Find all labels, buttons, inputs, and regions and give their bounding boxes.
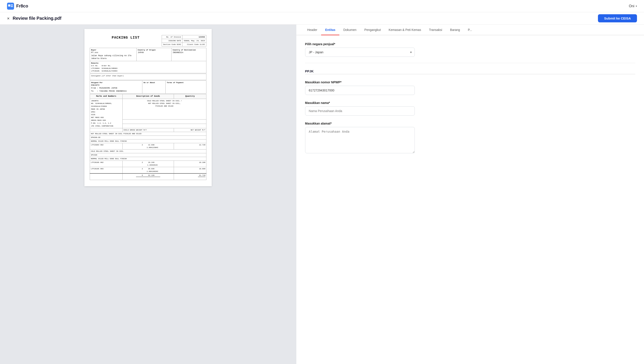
on-or-about-cell: On or About [142,80,166,94]
tab-more[interactable]: P... [464,24,476,35]
npwp-input[interactable] [305,86,415,95]
page-header: × Review file Packing.pdf Submit ke CEIS… [0,12,644,24]
main-layout: PACKING LIST No. of Invoice 123456 ISSUI… [0,24,644,364]
tab-entitas[interactable]: Entitas [321,24,339,35]
user-name: Oni [629,4,634,8]
seller-country-select-wrapper: JP - Japan US - United States CN - China… [305,48,415,57]
issuing-date-value: OSAKA, May. 24, 2024 [182,39,206,43]
country-origin-value: JAPAN [138,51,170,54]
logo-text: Fr8co [16,4,28,8]
nama-input[interactable] [305,106,415,116]
top-navigation: Fr8co Oni ▾ [0,0,644,12]
quantity-header: Quantity [174,94,206,99]
client-code-label: Client Code 1L13C [182,43,206,46]
tab-barang[interactable]: Barang [446,24,464,35]
alamat-textarea[interactable] [305,127,415,153]
pdf-document: PACKING LIST No. of Invoice 123456 ISSUI… [84,29,212,186]
tab-pengangkut[interactable]: Pengangkut [360,24,385,35]
logo-area: Fr8co [7,3,28,10]
pdf-buyer-table: Buyer PT.xxx Jalan Raya cakung cilincing… [90,48,206,73]
buyer-label: Buyer [91,49,135,51]
buyer-cell: Buyer PT.xxx Jalan Raya cakung cilincing… [90,48,136,61]
pdf-preview-panel: PACKING LIST No. of Invoice 123456 ISSUI… [0,24,296,364]
pdf-shipped-table: Shipped Per ENKANTO From : MIZUSHIMA JAP… [90,80,206,94]
consignee-cell: Consignee (if other than buyer) [90,74,206,80]
alamat-group: Masukkan alamat* [305,122,635,153]
npwp-group: Masukkan nomor NPWP* [305,80,635,95]
marks-header: Marks and Numbers [90,94,122,99]
section-code-label: Section Code BJK2 [162,43,182,46]
marks-cell: JAKARTA NO. S2404ALALYHR003, S2405ALALYC… [90,99,122,128]
section-divider [305,63,635,63]
pdf-goods-table: Marks and Numbers Description of Goods Q… [90,94,206,180]
chevron-down-icon: ▾ [636,4,637,8]
country-origin-cell: Country of Origin JAPAN [136,48,171,61]
tab-header[interactable]: Header [303,24,321,35]
sc-no-area: S/C No. Order No. LTF29804 S2404ALALYHR0… [91,64,117,72]
buyer-address: Jalan Raya cakung cilincing no 27a Jakar… [91,54,135,60]
npwp-label: Masukkan nomor NPWP* [305,80,635,84]
remarks-cell: Remarks S/C No. Order No. LTF29804 S2404… [90,61,206,73]
terms-cell: Terms of Payment [166,80,206,94]
invoice-no-label: No. of Invoice [162,35,182,39]
tab-dokumen[interactable]: Dokumen [339,24,360,35]
page-title-area: × Review file Packing.pdf [7,16,62,21]
nama-label: Masukkan nama* [305,101,635,104]
ppjk-section: PPJK [305,69,635,74]
seller-country-group: Pilih negara penjual* JP - Japan US - Un… [305,42,635,57]
pdf-consignee-table: Consignee (if other than buyer) [90,74,206,80]
svg-rect-0 [7,3,14,10]
desc-header-cell: COLD ROLLED STEEL SHEET IN COIL / HOT RO… [122,99,206,120]
svg-rect-2 [11,4,13,6]
issuing-date-label: ISSUING DATE [162,39,182,43]
pdf-title: PACKING LIST [90,35,162,40]
seller-country-select[interactable]: JP - Japan US - United States CN - China… [305,48,415,57]
nama-group: Masukkan nama* [305,101,635,116]
buyer-name: PT.xxx [91,51,135,54]
ppjk-title: PPJK [305,69,635,74]
alamat-label: Masukkan alamat* [305,122,635,125]
svg-rect-1 [8,4,10,6]
description-header: Description of Goods [122,94,174,99]
svg-rect-3 [11,6,13,7]
tab-transaksi[interactable]: Transaksi [425,24,446,35]
logo-icon [7,3,14,10]
form-panel: Header Entitas Dokumen Pengangkut Kemasa… [296,24,644,364]
page-title: Review file Packing.pdf [13,16,62,21]
invoice-no-value: 123456 [182,35,206,39]
close-button[interactable]: × [7,16,10,20]
country-dest-cell: Country of Destination INDONESIA [171,48,206,61]
submit-ceisa-button[interactable]: Submit ke CEISA [598,14,637,22]
form-content: Pilih negara penjual* JP - Japan US - Un… [296,35,644,160]
user-menu[interactable]: Oni ▾ [629,4,637,8]
seller-country-label: Pilih negara penjual* [305,42,635,46]
tabs-bar: Header Entitas Dokumen Pengangkut Kemasa… [296,24,644,35]
tab-kemasan[interactable]: Kemasan & Peti Kemas [385,24,425,35]
shipped-per-cell: Shipped Per ENKANTO From : MIZUSHIMA JAP… [90,80,142,94]
country-destination-value: INDONESIA [173,51,205,54]
vessel-name: ENKANTO [91,84,141,87]
